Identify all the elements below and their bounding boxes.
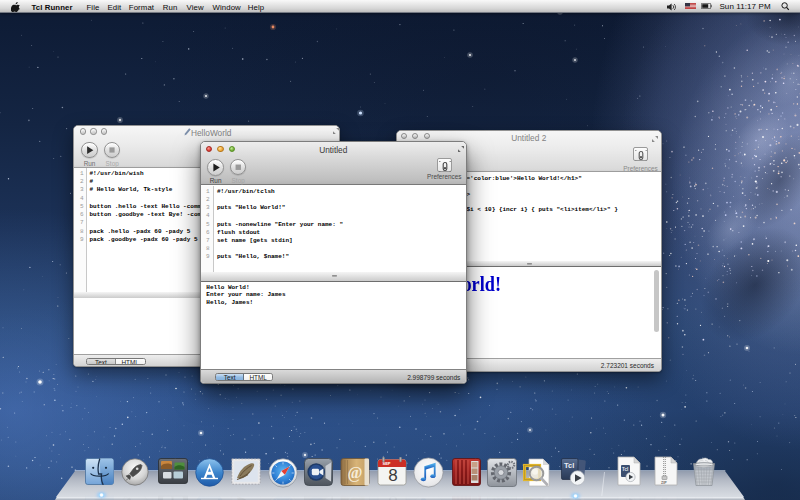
svg-text:ZIP: ZIP [661,481,667,485]
svg-text:Tcl: Tcl [622,467,628,472]
svg-text:ZIP: ZIP [661,491,667,495]
svg-text:@: @ [347,495,362,500]
svg-text:8: 8 [388,466,397,485]
svg-text:@: @ [347,464,362,482]
svg-text:Tcl: Tcl [564,461,574,470]
svg-text:8: 8 [388,492,397,500]
